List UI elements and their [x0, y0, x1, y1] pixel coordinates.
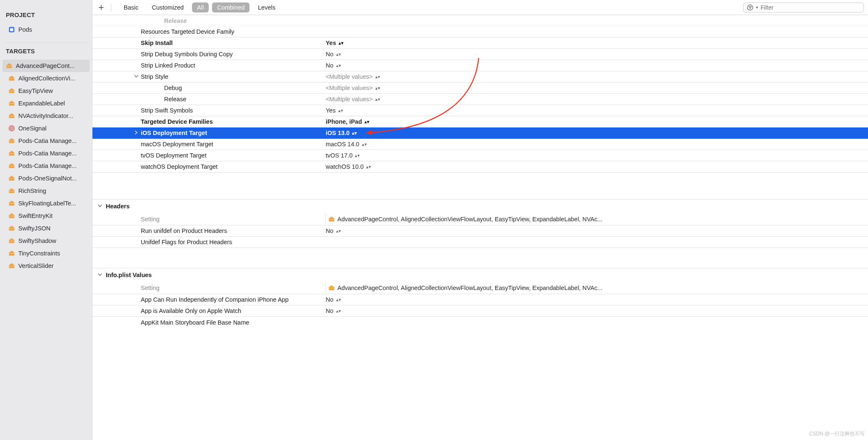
stepper-icon: ▴▾ [336, 52, 341, 56]
briefcase-icon [8, 138, 15, 144]
project-item-label: Pods [18, 26, 32, 33]
target-item-label: TinyConstraints [18, 250, 60, 257]
setting-row-resources-targeted-device-family[interactable]: Resources Targeted Device Family [92, 26, 868, 38]
targets-header: TARGETS [0, 46, 92, 58]
briefcase-icon [8, 225, 15, 232]
sidebar-item-target[interactable]: AlignedCollectionVi... [2, 72, 90, 85]
sidebar-item-target[interactable]: ExpandableLabel [2, 97, 90, 110]
sidebar-item-target[interactable]: Pods-Catia Manage... [2, 160, 90, 172]
target-item-label: Pods-Catia Manage... [18, 162, 77, 170]
stepper-icon: ▴▾ [336, 298, 341, 301]
target-item-label: SwiftyShadow [18, 237, 56, 245]
target-item-label: RichString [18, 187, 46, 195]
sidebar-item-target[interactable]: TinyConstraints [2, 247, 90, 260]
sidebar-item-target[interactable]: NVActivityIndicator... [2, 110, 90, 122]
setting-row-strip-debug-symbols-during-copy[interactable]: Strip Debug Symbols During Copy No▴▾ [92, 49, 868, 60]
filter-field[interactable]: ▾ [743, 2, 864, 12]
chevron-down-icon[interactable] [133, 74, 139, 79]
sidebar-item-target[interactable]: SwiftEntryKit [2, 210, 90, 222]
tab-levels[interactable]: Levels [253, 2, 280, 12]
briefcase-icon [8, 262, 15, 269]
section-headers-toggle[interactable]: Headers [92, 200, 868, 213]
tab-all[interactable]: All [192, 2, 209, 12]
column-setting-label: Setting [92, 213, 326, 225]
setting-row-watchos-deployment-target[interactable]: watchOS Deployment Target watchOS 10.0▴▾ [92, 161, 868, 172]
target-item-label: OneSignal [18, 125, 47, 132]
setting-row-ios-deployment-target[interactable]: iOS Deployment Target iOS 13.0▴▾ [92, 128, 868, 139]
column-setting-label: Setting [92, 282, 326, 294]
sidebar-item-target[interactable]: RichString [2, 185, 90, 197]
chevron-down-icon: ▾ [756, 5, 758, 10]
target-item-label: Pods-Catia Manage... [18, 137, 77, 145]
setting-row-strip-linked-product[interactable]: Strip Linked Product No▴▾ [92, 60, 868, 71]
setting-row-strip-style[interactable]: Strip Style <Multiple values>▴▾ [92, 71, 868, 82]
sidebar-item-target[interactable]: SwiftyShadow [2, 235, 90, 247]
build-settings-toolbar: Basic Customized All Combined Levels ▾ [92, 0, 868, 15]
target-item-label: AdvancedPageCont... [16, 62, 75, 70]
stepper-icon: ▴▾ [366, 165, 371, 168]
chevron-down-icon [97, 272, 103, 278]
tab-basic[interactable]: Basic [119, 2, 143, 12]
setting-row-unifdef-flags[interactable]: Unifdef Flags for Product Headers [92, 237, 868, 248]
target-item-label: SwiftyJSON [18, 225, 50, 232]
setting-row-tvos-deployment-target[interactable]: tvOS Deployment Target tvOS 17.0▴▾ [92, 150, 868, 161]
briefcase-icon [8, 162, 15, 169]
section-headers: Headers Setting AdvancedPageControl, Ali… [92, 199, 868, 248]
filter-icon [747, 4, 753, 11]
project-item-pods[interactable]: Pods [2, 23, 90, 36]
stepper-icon: ▴▾ [339, 41, 344, 45]
section-info-plist-toggle[interactable]: Info.plist Values [92, 268, 868, 282]
stepper-icon: ▴▾ [375, 98, 380, 101]
chevron-right-icon[interactable] [133, 130, 139, 135]
setting-row-macos-deployment-target[interactable]: macOS Deployment Target macOS 14.0▴▾ [92, 139, 868, 150]
target-item-label: EasyTipView [18, 87, 53, 95]
sidebar-item-target[interactable]: OneSignal [2, 122, 90, 135]
briefcase-icon [8, 238, 15, 244]
tab-combined[interactable]: Combined [212, 2, 249, 12]
column-header-row: Setting AdvancedPageControl, AlignedColl… [92, 282, 868, 294]
column-header-row: Setting AdvancedPageControl, AlignedColl… [92, 213, 868, 225]
add-button[interactable] [97, 3, 106, 12]
briefcase-icon [328, 216, 335, 222]
briefcase-icon [8, 150, 15, 157]
build-settings-area[interactable]: Release Resources Targeted Device Family… [92, 15, 868, 440]
stepper-icon: ▴▾ [375, 86, 380, 90]
stepper-icon: ▴▾ [336, 229, 341, 232]
sidebar-item-target[interactable]: Pods-Catia Manage... [2, 135, 90, 147]
target-item-label: SkyFloatingLabelTe... [18, 200, 76, 207]
sidebar-item-target[interactable]: AdvancedPageCont... [2, 60, 90, 72]
briefcase-icon [8, 88, 15, 94]
sidebar-item-target[interactable]: SkyFloatingLabelTe... [2, 197, 90, 210]
stepper-icon: ▴▾ [355, 154, 360, 157]
filter-input[interactable] [761, 4, 860, 11]
setting-row-app-available-only-on-apple-watch[interactable]: App is Available Only on Apple Watch No▴… [92, 305, 868, 317]
sidebar-item-target[interactable]: SwiftyJSON [2, 222, 90, 235]
setting-row-strip-style-release[interactable]: Release <Multiple values>▴▾ [92, 94, 868, 105]
setting-row-run-unifdef[interactable]: Run unifdef on Product Headers No▴▾ [92, 225, 868, 237]
briefcase-icon [8, 212, 15, 219]
sidebar-item-target[interactable]: Pods-OneSignalNot... [2, 172, 90, 185]
project-navigator[interactable]: PROJECT Pods TARGETS AdvancedPageCont...… [0, 0, 92, 440]
setting-row-appkit-main-storyboard[interactable]: AppKit Main Storyboard File Base Name [92, 317, 868, 328]
setting-row-strip-style-debug[interactable]: Debug <Multiple values>▴▾ [92, 82, 868, 94]
section-info-plist-values: Info.plist Values Setting AdvancedPageCo… [92, 268, 868, 328]
project-icon [8, 26, 15, 33]
sidebar-item-target[interactable]: Pods-Catia Manage... [2, 147, 90, 160]
setting-row-strip-swift-symbols[interactable]: Strip Swift Symbols Yes▴▾ [92, 105, 868, 116]
column-targets-label: AdvancedPageControl, AlignedCollectionVi… [337, 285, 868, 291]
target-item-label: Pods-Catia Manage... [18, 150, 77, 157]
setting-row-app-can-run-independently[interactable]: App Can Run Independently of Companion i… [92, 294, 868, 305]
briefcase-icon [8, 175, 15, 182]
setting-row-skip-install[interactable]: Skip Install Yes▴▾ [92, 38, 868, 49]
sidebar-item-target[interactable]: VerticalSlider [2, 260, 90, 272]
setting-row-targeted-device-families[interactable]: Targeted Device Families iPhone, iPad▴▾ [92, 116, 868, 128]
setting-row[interactable]: Release [92, 15, 868, 26]
tab-customized[interactable]: Customized [147, 2, 189, 12]
target-item-label: SwiftEntryKit [18, 212, 52, 220]
chevron-down-icon [97, 203, 103, 210]
sidebar-item-target[interactable]: EasyTipView [2, 85, 90, 97]
target-item-label: Pods-OneSignalNot... [18, 175, 77, 182]
scope-tabs: Basic Customized All Combined Levels [119, 2, 280, 12]
stepper-icon: ▴▾ [364, 120, 369, 123]
project-header: PROJECT [0, 10, 92, 22]
